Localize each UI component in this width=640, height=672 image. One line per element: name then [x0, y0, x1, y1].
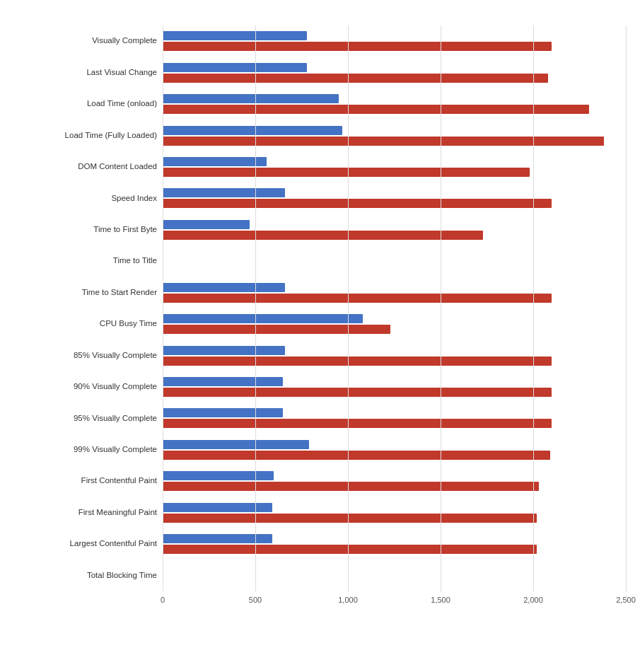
y-label: First Contentful Paint: [14, 476, 163, 486]
bar-red: [163, 514, 537, 523]
x-tick-label: 0: [161, 596, 165, 604]
x-axis: 05001,0001,5002,0002,500: [163, 591, 626, 613]
bar-blue: [163, 534, 272, 543]
bar-red: [163, 545, 537, 554]
rows-container: [163, 25, 626, 613]
bar-red: [163, 419, 552, 428]
bar-blue: [163, 283, 285, 292]
y-label: Load Time (Fully Loaded): [14, 131, 163, 141]
bar-group: [163, 126, 626, 146]
bar-group: [163, 440, 626, 460]
bar-red: [163, 451, 550, 460]
y-label: Load Time (onload): [14, 99, 163, 109]
bar-blue: [163, 63, 307, 72]
bar-group: [163, 251, 626, 271]
bar-blue: [163, 440, 309, 449]
y-label: Largest Contentful Paint: [14, 539, 163, 549]
bar-group: [163, 346, 626, 366]
y-label: Time to Start Render: [14, 288, 163, 298]
bar-group: [163, 408, 626, 428]
grid-line: [626, 25, 627, 591]
bar-group: [163, 503, 626, 523]
bar-group: [163, 63, 626, 83]
bar-red: [163, 199, 552, 208]
bar-group: [163, 534, 626, 554]
bar-red: [163, 42, 552, 51]
bar-blue: [163, 31, 307, 40]
y-label: Visually Complete: [14, 36, 163, 46]
bar-blue: [163, 188, 285, 197]
bar-blue: [163, 503, 272, 512]
y-label: Total Blocking Time: [14, 571, 163, 581]
bar-group: [163, 94, 626, 114]
bar-empty: [163, 566, 626, 575]
bar-red: [163, 231, 483, 240]
x-tick-label: 1,000: [338, 596, 358, 604]
bar-blue: [163, 126, 342, 135]
y-label: Time to First Byte: [14, 225, 163, 235]
bar-group: [163, 377, 626, 397]
bar-red: [163, 137, 604, 146]
bar-group: [163, 471, 626, 491]
bar-empty: [163, 251, 626, 260]
x-tick-label: 1,500: [431, 596, 450, 604]
chart-body: Visually CompleteLast Visual ChangeLoad …: [14, 25, 626, 613]
bar-group: [163, 283, 626, 303]
bar-red: [163, 168, 530, 177]
y-label: 95% Visually Complete: [14, 414, 163, 424]
bar-group: [163, 188, 626, 208]
chart-container: Visually CompleteLast Visual ChangeLoad …: [0, 0, 640, 672]
bar-red: [163, 482, 539, 491]
y-label: 99% Visually Complete: [14, 445, 163, 455]
bar-red: [163, 325, 390, 334]
bar-red: [163, 74, 548, 83]
bars-area: 05001,0001,5002,0002,500: [163, 25, 626, 613]
bar-blue: [163, 408, 283, 417]
y-label: First Meaningful Paint: [14, 508, 163, 518]
y-label: DOM Content Loaded: [14, 162, 163, 172]
y-label: CPU Busy Time: [14, 319, 163, 329]
bar-red: [163, 357, 552, 366]
y-label: Last Visual Change: [14, 68, 163, 78]
x-tick-label: 2,500: [616, 596, 636, 604]
y-labels: Visually CompleteLast Visual ChangeLoad …: [14, 25, 163, 613]
bar-blue: [163, 220, 250, 229]
x-tick-label: 2,000: [523, 596, 543, 604]
bar-blue: [163, 471, 274, 480]
bar-blue: [163, 346, 285, 355]
bar-blue: [163, 377, 283, 386]
bar-blue: [163, 94, 339, 103]
bar-red: [163, 105, 589, 114]
bar-blue: [163, 157, 267, 166]
bar-red: [163, 294, 552, 303]
bar-empty: [163, 577, 626, 586]
x-tick-label: 500: [249, 596, 262, 604]
bar-group: [163, 314, 626, 334]
y-label: 90% Visually Complete: [14, 382, 163, 392]
y-label: Speed Index: [14, 194, 163, 204]
bar-blue: [163, 314, 363, 323]
y-label: 85% Visually Complete: [14, 351, 163, 361]
bar-group: [163, 157, 626, 177]
y-label: Time to Title: [14, 256, 163, 266]
bar-group: [163, 31, 626, 51]
bar-red: [163, 388, 552, 397]
bar-empty: [163, 262, 626, 271]
bar-group: [163, 566, 626, 586]
bar-group: [163, 220, 626, 240]
